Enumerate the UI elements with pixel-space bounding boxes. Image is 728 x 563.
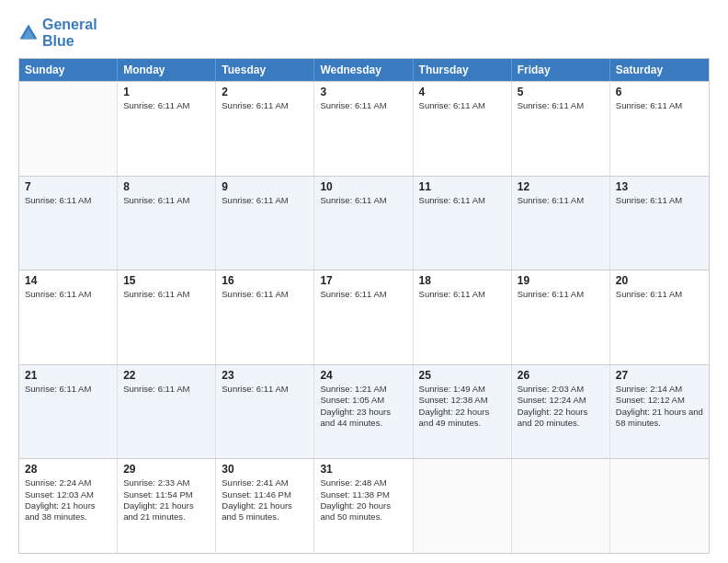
day-number: 4	[419, 86, 506, 98]
calendar-body: 1Sunrise: 6:11 AM2Sunrise: 6:11 AM3Sunri…	[19, 81, 709, 553]
day-info: Sunrise: 6:11 AM	[616, 100, 703, 111]
table-row: 21Sunrise: 6:11 AM	[19, 365, 118, 459]
day-number: 30	[222, 463, 308, 476]
table-row: 7Sunrise: 6:11 AM	[19, 177, 118, 270]
day-info: Sunrise: 6:11 AM	[320, 100, 406, 111]
header: General Blue	[18, 17, 710, 49]
day-number: 17	[320, 274, 406, 287]
table-row: 18Sunrise: 6:11 AM	[414, 270, 512, 364]
day-number: 11	[419, 180, 506, 193]
day-info: Sunrise: 6:11 AM	[616, 289, 703, 300]
day-number: 7	[25, 180, 111, 193]
day-info: Sunrise: 2:03 AM Sunset: 12:24 AM Daylig…	[518, 384, 604, 429]
logo-icon	[18, 23, 39, 43]
calendar-row: 1Sunrise: 6:11 AM2Sunrise: 6:11 AM3Sunri…	[19, 81, 709, 176]
day-info: Sunrise: 6:11 AM	[222, 100, 308, 111]
day-info: Sunrise: 6:11 AM	[419, 195, 506, 206]
day-number: 18	[419, 274, 506, 287]
table-row	[19, 82, 118, 176]
day-number: 23	[222, 369, 308, 382]
header-monday: Monday	[118, 59, 216, 81]
day-info: Sunrise: 6:11 AM	[518, 195, 604, 206]
header-friday: Friday	[512, 59, 610, 81]
header-tuesday: Tuesday	[216, 59, 314, 81]
table-row: 1Sunrise: 6:11 AM	[118, 82, 216, 176]
table-row: 9Sunrise: 6:11 AM	[216, 177, 314, 270]
day-number: 16	[222, 274, 308, 287]
logo: General Blue	[18, 17, 97, 49]
calendar: Sunday Monday Tuesday Wednesday Thursday…	[18, 58, 710, 554]
table-row: 26Sunrise: 2:03 AM Sunset: 12:24 AM Dayl…	[512, 365, 610, 459]
day-info: Sunrise: 6:11 AM	[518, 100, 604, 111]
day-number: 21	[25, 369, 111, 382]
table-row: 30Sunrise: 2:41 AM Sunset: 11:46 PM Dayl…	[216, 459, 314, 553]
table-row: 6Sunrise: 6:11 AM	[610, 82, 709, 176]
day-info: Sunrise: 6:11 AM	[123, 100, 210, 111]
day-number: 27	[616, 369, 703, 382]
day-info: Sunrise: 6:11 AM	[320, 195, 406, 206]
table-row: 17Sunrise: 6:11 AM	[314, 270, 413, 364]
day-info: Sunrise: 2:24 AM Sunset: 12:03 AM Daylig…	[25, 477, 111, 523]
table-row	[512, 459, 610, 553]
table-row: 14Sunrise: 6:11 AM	[19, 270, 118, 364]
table-row: 29Sunrise: 2:33 AM Sunset: 11:54 PM Dayl…	[118, 459, 216, 553]
day-number: 6	[616, 86, 703, 98]
day-number: 26	[518, 369, 604, 382]
day-info: Sunrise: 6:11 AM	[616, 195, 703, 206]
day-number: 10	[320, 180, 406, 193]
day-number: 8	[123, 180, 210, 193]
logo-text: General Blue	[42, 17, 97, 49]
day-info: Sunrise: 1:21 AM Sunset: 1:05 AM Dayligh…	[320, 384, 406, 429]
day-number: 13	[616, 180, 703, 193]
day-info: Sunrise: 6:11 AM	[320, 289, 406, 300]
calendar-row: 14Sunrise: 6:11 AM15Sunrise: 6:11 AM16Su…	[19, 270, 709, 364]
day-number: 3	[320, 86, 406, 98]
day-number: 12	[518, 180, 604, 193]
calendar-header: Sunday Monday Tuesday Wednesday Thursday…	[19, 59, 709, 81]
day-number: 5	[518, 86, 604, 98]
day-info: Sunrise: 6:11 AM	[123, 384, 210, 395]
day-number: 15	[123, 274, 210, 287]
table-row: 25Sunrise: 1:49 AM Sunset: 12:38 AM Dayl…	[414, 365, 512, 459]
day-number: 14	[25, 274, 111, 287]
day-info: Sunrise: 6:11 AM	[419, 289, 506, 300]
day-info: Sunrise: 6:11 AM	[222, 195, 308, 206]
day-info: Sunrise: 2:41 AM Sunset: 11:46 PM Daylig…	[222, 477, 308, 523]
header-saturday: Saturday	[610, 59, 709, 81]
day-info: Sunrise: 6:11 AM	[222, 289, 308, 300]
table-row: 3Sunrise: 6:11 AM	[314, 82, 413, 176]
table-row	[414, 459, 512, 553]
table-row: 8Sunrise: 6:11 AM	[118, 177, 216, 270]
table-row: 20Sunrise: 6:11 AM	[610, 270, 709, 364]
day-number: 1	[123, 86, 210, 98]
table-row: 13Sunrise: 6:11 AM	[610, 177, 709, 270]
day-info: Sunrise: 6:11 AM	[123, 195, 210, 206]
day-info: Sunrise: 2:14 AM Sunset: 12:12 AM Daylig…	[616, 384, 703, 429]
day-number: 9	[222, 180, 308, 193]
day-info: Sunrise: 6:11 AM	[123, 289, 210, 300]
day-number: 19	[518, 274, 604, 287]
page: General Blue Sunday Monday Tuesday Wedne…	[0, 0, 728, 563]
day-number: 2	[222, 86, 308, 98]
day-number: 25	[419, 369, 506, 382]
table-row: 27Sunrise: 2:14 AM Sunset: 12:12 AM Dayl…	[610, 365, 709, 459]
day-number: 20	[616, 274, 703, 287]
day-info: Sunrise: 6:11 AM	[518, 289, 604, 300]
day-number: 31	[320, 463, 406, 476]
day-info: Sunrise: 1:49 AM Sunset: 12:38 AM Daylig…	[419, 384, 506, 429]
table-row: 4Sunrise: 6:11 AM	[414, 82, 512, 176]
calendar-row: 7Sunrise: 6:11 AM8Sunrise: 6:11 AM9Sunri…	[19, 176, 709, 270]
table-row: 19Sunrise: 6:11 AM	[512, 270, 610, 364]
header-thursday: Thursday	[414, 59, 512, 81]
table-row: 11Sunrise: 6:11 AM	[414, 177, 512, 270]
table-row: 22Sunrise: 6:11 AM	[118, 365, 216, 459]
day-info: Sunrise: 6:11 AM	[25, 195, 111, 206]
day-number: 29	[123, 463, 210, 476]
table-row: 31Sunrise: 2:48 AM Sunset: 11:38 PM Dayl…	[314, 459, 413, 553]
table-row: 15Sunrise: 6:11 AM	[118, 270, 216, 364]
table-row: 10Sunrise: 6:11 AM	[314, 177, 413, 270]
calendar-row: 28Sunrise: 2:24 AM Sunset: 12:03 AM Dayl…	[19, 458, 709, 553]
calendar-row: 21Sunrise: 6:11 AM22Sunrise: 6:11 AM23Su…	[19, 364, 709, 459]
table-row: 5Sunrise: 6:11 AM	[512, 82, 610, 176]
table-row: 28Sunrise: 2:24 AM Sunset: 12:03 AM Dayl…	[19, 459, 118, 553]
